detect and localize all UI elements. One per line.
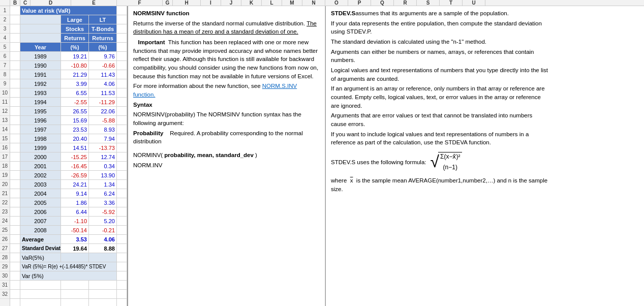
cell-b2: [10, 15, 20, 24]
normsinv-info: NORMSINV function Returns the inverse of…: [128, 6, 325, 174]
data-row-2002: 2002 -26.59 13.90: [10, 171, 127, 180]
cell-g-stdev: [117, 244, 127, 253]
large-2000: -15.25: [61, 152, 89, 162]
col-n-header: N: [302, 0, 325, 6]
year-1994: 1994: [20, 98, 61, 107]
col-i-header: I: [201, 0, 221, 6]
cell-e5: (%): [61, 43, 89, 52]
data-row-1998: 1998 20.40 7.94: [10, 134, 127, 143]
col-r-header: R: [394, 0, 417, 6]
col-d-header: D: [30, 0, 71, 6]
row-14: 14: [0, 125, 10, 134]
data-row-1999: 1999 14.51 -13.73: [10, 143, 127, 152]
cell-b-1994: [10, 98, 20, 107]
cell-b-2004: [10, 189, 20, 198]
cell-b-1995: [10, 107, 20, 116]
large-1994: -2.55: [61, 98, 89, 107]
cell-g-1998: [117, 134, 127, 143]
col-e-header: E: [71, 0, 117, 6]
cell-b-2007: [10, 217, 20, 226]
row-3: 3: [0, 24, 10, 34]
var5-large: [61, 253, 89, 262]
data-row-2008: 2008 -50.14 -0.21: [10, 226, 127, 235]
stdev-label: Standard Deviation: [20, 244, 61, 253]
large-2006: 6.44: [61, 207, 89, 217]
lt-2008: -0.21: [89, 226, 117, 235]
row-23: 23: [0, 207, 10, 217]
average-label: Average: [20, 235, 61, 244]
stdev-info: STDEV.Sassumes that its arguments are a …: [326, 6, 554, 198]
col-g-header: G: [163, 0, 173, 6]
cell-g-2002: [117, 171, 127, 180]
year-2004: 2004: [20, 189, 61, 198]
cell-b-1996: [10, 116, 20, 125]
row-9: 9: [0, 79, 10, 88]
data-row-1994: 1994 -2.55 -11.29: [10, 98, 127, 107]
where-desc: is the sample mean AVERAGE(number1,numbe…: [331, 177, 547, 192]
cell-g-1999: [117, 143, 127, 152]
empty-left-row-0: [10, 281, 127, 290]
cell-e4: Returns: [61, 34, 89, 43]
year-2003: 2003: [20, 180, 61, 189]
cell-g-2001: [117, 162, 127, 171]
cell-b-2000: [10, 152, 20, 162]
cell-g-1992: [117, 79, 127, 88]
large-1995: 26.55: [61, 107, 89, 116]
data-row-1992: 1992 3.99 4.06: [10, 79, 127, 88]
cell-b-1991: [10, 70, 20, 79]
cell-g-2008: [117, 226, 127, 235]
row-26: 26: [0, 235, 10, 244]
cell-d3: [20, 24, 61, 34]
lt-2003: 1.34: [89, 180, 117, 189]
col-c-header: C: [20, 0, 30, 6]
lt-2005: 3.36: [89, 198, 117, 207]
stdev-para7: Arguments that are error values or text …: [331, 111, 549, 128]
row5: Year (%) (%): [10, 43, 127, 52]
year-1992: 1992: [20, 79, 61, 88]
data-row-2003: 2003 24.21 1.34: [10, 180, 127, 189]
cell-f5: (%): [89, 43, 117, 52]
cell-g-2006: [117, 207, 127, 217]
cell-b-1989: [10, 52, 20, 61]
lt-1996: -5.88: [89, 116, 117, 125]
data-row-2001: 2001 -16.45 0.34: [10, 162, 127, 171]
year-2002: 2002: [20, 171, 61, 180]
row4: Returns Returns: [10, 34, 127, 43]
data-row-1997: 1997 23.53 8.93: [10, 125, 127, 134]
stdev-para5: Logical values and text representations …: [331, 66, 549, 83]
stdev-para1: assumes that its arguments are a sample …: [355, 10, 509, 16]
lt-2000: 12.74: [89, 152, 117, 162]
var5-lt: [89, 253, 117, 262]
cell-g-1995: [117, 107, 127, 116]
row-10: 10: [0, 88, 10, 98]
stdev-row: Standard Deviation 19.64 8.88: [10, 244, 127, 253]
var5-label: VaR(5%): [20, 253, 61, 262]
large-1993: 6.55: [61, 88, 89, 98]
large-2002: -26.59: [61, 171, 89, 180]
var-final-row: Var (5%): [10, 271, 127, 281]
cell-b-2002: [10, 171, 20, 180]
empty-left-row-2: [10, 299, 127, 306]
lt-2004: 6.24: [89, 189, 117, 198]
large-2008: -50.14: [61, 226, 89, 235]
norminv-formula2: NORM.INV: [133, 161, 320, 170]
cell-b-1997: [10, 125, 20, 134]
large-2001: -16.45: [61, 162, 89, 171]
large-2007: -1.10: [61, 217, 89, 226]
fraction-container: Σ(x−x̄)² (n−1): [438, 152, 462, 172]
fraction-denominator: (n−1): [443, 162, 457, 172]
syntax-label: Syntax: [133, 102, 152, 108]
cell-b-1998: [10, 134, 20, 143]
lt-1999: -13.73: [89, 143, 117, 152]
row-24: 24: [0, 217, 10, 226]
row-29: 29: [0, 262, 10, 271]
lt-1993: 11.53: [89, 88, 117, 98]
var-formula-label: VaR (5%)= R(e) +(-1.64485)* STDEV: [20, 262, 117, 271]
row-28: 28: [0, 253, 10, 262]
cell-g5: [117, 43, 127, 52]
col-o-header: O: [325, 0, 348, 6]
cell-b-2006: [10, 207, 20, 217]
data-row-1989: 1989 19.21 9.76: [10, 52, 127, 61]
cell-g-2000: [117, 152, 127, 162]
row-13: 13: [0, 116, 10, 125]
